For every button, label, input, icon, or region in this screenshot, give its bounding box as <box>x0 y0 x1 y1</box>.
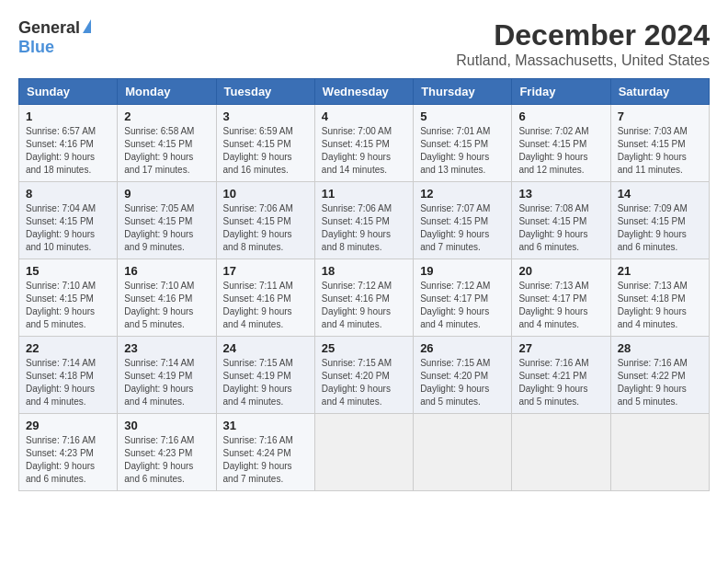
calendar-cell: 17Sunrise: 7:11 AMSunset: 4:16 PMDayligh… <box>216 259 314 337</box>
calendar-cell: 1Sunrise: 6:57 AMSunset: 4:16 PMDaylight… <box>19 105 118 182</box>
week-row-1: 1Sunrise: 6:57 AMSunset: 4:16 PMDaylight… <box>19 105 710 182</box>
calendar-cell: 30Sunrise: 7:16 AMSunset: 4:23 PMDayligh… <box>118 414 216 491</box>
day-number: 17 <box>223 264 308 278</box>
day-info: Sunrise: 7:16 AMSunset: 4:22 PMDaylight:… <box>618 357 702 408</box>
day-number: 23 <box>124 341 209 355</box>
header-friday: Friday <box>512 79 610 105</box>
day-info: Sunrise: 7:08 AMSunset: 4:15 PMDaylight:… <box>518 202 603 254</box>
day-info: Sunrise: 7:01 AMSunset: 4:15 PMDaylight:… <box>420 125 505 177</box>
day-number: 10 <box>223 187 308 201</box>
day-info: Sunrise: 7:15 AMSunset: 4:20 PMDaylight:… <box>420 357 505 408</box>
day-info: Sunrise: 6:59 AMSunset: 4:15 PMDaylight:… <box>223 125 308 177</box>
header-sunday: Sunday <box>19 79 118 105</box>
day-number: 11 <box>322 187 406 201</box>
calendar-cell: 8Sunrise: 7:04 AMSunset: 4:15 PMDaylight… <box>19 182 118 259</box>
calendar-cell: 31Sunrise: 7:16 AMSunset: 4:24 PMDayligh… <box>216 414 314 491</box>
day-info: Sunrise: 7:04 AMSunset: 4:15 PMDaylight:… <box>26 202 110 254</box>
day-info: Sunrise: 7:11 AMSunset: 4:16 PMDaylight:… <box>223 280 308 331</box>
calendar-cell: 27Sunrise: 7:16 AMSunset: 4:21 PMDayligh… <box>512 337 610 414</box>
day-info: Sunrise: 7:13 AMSunset: 4:17 PMDaylight:… <box>518 280 603 331</box>
day-info: Sunrise: 7:13 AMSunset: 4:18 PMDaylight:… <box>618 280 702 331</box>
day-number: 2 <box>124 109 209 123</box>
calendar-cell: 10Sunrise: 7:06 AMSunset: 4:15 PMDayligh… <box>216 182 314 259</box>
day-number: 13 <box>518 187 603 201</box>
day-number: 26 <box>420 341 505 355</box>
day-info: Sunrise: 7:16 AMSunset: 4:21 PMDaylight:… <box>518 357 603 408</box>
calendar-cell: 2Sunrise: 6:58 AMSunset: 4:15 PMDaylight… <box>118 105 216 182</box>
day-number: 18 <box>322 264 406 278</box>
day-info: Sunrise: 7:07 AMSunset: 4:15 PMDaylight:… <box>420 202 505 254</box>
day-info: Sunrise: 7:02 AMSunset: 4:15 PMDaylight:… <box>518 125 603 177</box>
day-number: 7 <box>618 109 702 123</box>
calendar-cell <box>314 414 413 491</box>
calendar-cell: 29Sunrise: 7:16 AMSunset: 4:23 PMDayligh… <box>19 414 118 491</box>
day-info: Sunrise: 7:06 AMSunset: 4:15 PMDaylight:… <box>223 202 308 254</box>
calendar-cell: 19Sunrise: 7:12 AMSunset: 4:17 PMDayligh… <box>414 259 512 337</box>
header-saturday: Saturday <box>610 79 709 105</box>
day-info: Sunrise: 7:03 AMSunset: 4:15 PMDaylight:… <box>618 125 702 177</box>
header-tuesday: Tuesday <box>216 79 314 105</box>
page-subtitle: Rutland, Massachusetts, United States <box>456 52 710 69</box>
calendar-cell: 23Sunrise: 7:14 AMSunset: 4:19 PMDayligh… <box>118 337 216 414</box>
day-number: 12 <box>420 187 505 201</box>
logo: General Blue <box>18 18 91 57</box>
day-number: 14 <box>618 187 702 201</box>
day-info: Sunrise: 7:16 AMSunset: 4:23 PMDaylight:… <box>26 434 110 486</box>
calendar-body: 1Sunrise: 6:57 AMSunset: 4:16 PMDaylight… <box>19 105 710 491</box>
day-number: 29 <box>26 419 110 432</box>
calendar-cell: 18Sunrise: 7:12 AMSunset: 4:16 PMDayligh… <box>314 259 413 337</box>
day-info: Sunrise: 7:15 AMSunset: 4:19 PMDaylight:… <box>223 357 308 408</box>
calendar-cell: 7Sunrise: 7:03 AMSunset: 4:15 PMDaylight… <box>610 105 709 182</box>
day-info: Sunrise: 7:14 AMSunset: 4:18 PMDaylight:… <box>26 357 110 408</box>
day-number: 27 <box>518 341 603 355</box>
day-info: Sunrise: 7:15 AMSunset: 4:20 PMDaylight:… <box>322 357 406 408</box>
calendar-cell: 12Sunrise: 7:07 AMSunset: 4:15 PMDayligh… <box>414 182 512 259</box>
calendar-cell: 22Sunrise: 7:14 AMSunset: 4:18 PMDayligh… <box>19 337 118 414</box>
calendar-cell: 4Sunrise: 7:00 AMSunset: 4:15 PMDaylight… <box>314 105 413 182</box>
day-number: 22 <box>26 341 110 355</box>
day-info: Sunrise: 7:12 AMSunset: 4:17 PMDaylight:… <box>420 280 505 331</box>
day-number: 8 <box>26 187 110 201</box>
calendar-cell: 16Sunrise: 7:10 AMSunset: 4:16 PMDayligh… <box>118 259 216 337</box>
week-row-5: 29Sunrise: 7:16 AMSunset: 4:23 PMDayligh… <box>19 414 710 491</box>
calendar-cell <box>610 414 709 491</box>
logo-general-text: General <box>18 18 80 38</box>
day-info: Sunrise: 7:09 AMSunset: 4:15 PMDaylight:… <box>618 202 702 254</box>
calendar-header-row: SundayMondayTuesdayWednesdayThursdayFrid… <box>19 79 710 105</box>
day-number: 19 <box>420 264 505 278</box>
day-info: Sunrise: 7:16 AMSunset: 4:23 PMDaylight:… <box>124 434 209 486</box>
day-info: Sunrise: 7:06 AMSunset: 4:15 PMDaylight:… <box>322 202 406 254</box>
day-number: 31 <box>223 419 308 432</box>
day-number: 1 <box>26 109 110 123</box>
page-header: General Blue December 2024 Rutland, Mass… <box>18 18 710 69</box>
day-info: Sunrise: 6:58 AMSunset: 4:15 PMDaylight:… <box>124 125 209 177</box>
week-row-2: 8Sunrise: 7:04 AMSunset: 4:15 PMDaylight… <box>19 182 710 259</box>
day-info: Sunrise: 7:12 AMSunset: 4:16 PMDaylight:… <box>322 280 406 331</box>
calendar-cell: 20Sunrise: 7:13 AMSunset: 4:17 PMDayligh… <box>512 259 610 337</box>
day-info: Sunrise: 7:10 AMSunset: 4:16 PMDaylight:… <box>124 280 209 331</box>
calendar-cell: 24Sunrise: 7:15 AMSunset: 4:19 PMDayligh… <box>216 337 314 414</box>
calendar-cell: 15Sunrise: 7:10 AMSunset: 4:15 PMDayligh… <box>19 259 118 337</box>
calendar-table: SundayMondayTuesdayWednesdayThursdayFrid… <box>18 78 710 491</box>
day-number: 28 <box>618 341 702 355</box>
calendar-cell: 5Sunrise: 7:01 AMSunset: 4:15 PMDaylight… <box>414 105 512 182</box>
calendar-cell <box>414 414 512 491</box>
calendar-cell <box>512 414 610 491</box>
calendar-cell: 3Sunrise: 6:59 AMSunset: 4:15 PMDaylight… <box>216 105 314 182</box>
day-number: 6 <box>518 109 603 123</box>
day-number: 4 <box>322 109 406 123</box>
calendar-cell: 25Sunrise: 7:15 AMSunset: 4:20 PMDayligh… <box>314 337 413 414</box>
day-number: 15 <box>26 264 110 278</box>
calendar-cell: 13Sunrise: 7:08 AMSunset: 4:15 PMDayligh… <box>512 182 610 259</box>
week-row-4: 22Sunrise: 7:14 AMSunset: 4:18 PMDayligh… <box>19 337 710 414</box>
header-wednesday: Wednesday <box>314 79 413 105</box>
day-number: 3 <box>223 109 308 123</box>
day-number: 20 <box>518 264 603 278</box>
page-title: December 2024 <box>456 18 710 52</box>
calendar-cell: 14Sunrise: 7:09 AMSunset: 4:15 PMDayligh… <box>610 182 709 259</box>
day-number: 30 <box>124 419 209 432</box>
calendar-cell: 21Sunrise: 7:13 AMSunset: 4:18 PMDayligh… <box>610 259 709 337</box>
day-info: Sunrise: 7:10 AMSunset: 4:15 PMDaylight:… <box>26 280 110 331</box>
day-number: 24 <box>223 341 308 355</box>
day-info: Sunrise: 7:00 AMSunset: 4:15 PMDaylight:… <box>322 125 406 177</box>
